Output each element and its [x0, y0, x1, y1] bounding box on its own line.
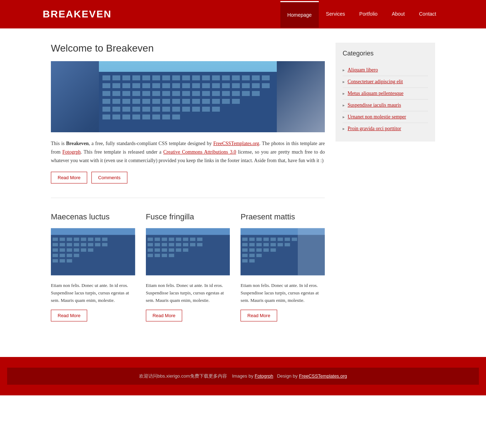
- list-item: Proin gravida orci porttitor: [343, 123, 428, 134]
- welcome-image: [51, 61, 325, 132]
- post-3-text: Etiam non felis. Donec ut ante. In id er…: [241, 282, 325, 304]
- read-more-button-1[interactable]: Read More: [51, 310, 87, 321]
- welcome-text: This is Breakeven, a free, fully standar…: [51, 139, 325, 165]
- categories-list: Aliquam libero Consectetuer adipiscing e…: [343, 64, 428, 134]
- footer: 欢迎访问bbs.xierigo.com免费下载更多内容 Images by Fo…: [0, 357, 486, 395]
- welcome-section: Welcome to Breakeven: [51, 43, 325, 183]
- post-1-image: [51, 227, 135, 277]
- comments-button-welcome[interactable]: Comments: [91, 172, 127, 183]
- post-1-text: Etiam non felis. Donec ut ante. In id er…: [51, 282, 135, 304]
- svg-rect-147: [146, 228, 230, 276]
- post-3-image: [241, 227, 325, 277]
- post-card-2: Fusce fringilla: [146, 212, 230, 321]
- post-2-heading: Fusce fringilla: [146, 212, 230, 222]
- welcome-heading: Welcome to Breakeven: [51, 43, 325, 54]
- main-content: Welcome to Breakeven: [44, 28, 442, 336]
- category-link-1[interactable]: Aliquam libero: [348, 67, 378, 73]
- nav-item-services[interactable]: Services: [319, 1, 352, 28]
- category-link-5[interactable]: Urnanet non molestie semper: [348, 114, 406, 120]
- svg-rect-118: [51, 228, 135, 276]
- footer-watermark: 欢迎访问bbs.xierigo.com免费下载更多内容: [139, 373, 227, 379]
- category-link-2[interactable]: Consectetuer adipiscing elit: [348, 79, 403, 85]
- read-more-button-2[interactable]: Read More: [146, 310, 182, 321]
- freecss-link[interactable]: FreeCSSTemplates.org: [213, 141, 259, 146]
- read-more-button-3[interactable]: Read More: [241, 310, 277, 321]
- list-item: Metus aliquam pellentesque: [343, 88, 428, 100]
- fotogrph-link[interactable]: Fotogrph: [62, 149, 80, 155]
- footer-bottom: 欢迎访问bbs.xierigo.com免费下载更多内容 Images by Fo…: [7, 368, 479, 385]
- welcome-buttons: Read More Comments: [51, 172, 325, 183]
- footer-fotogrph-link[interactable]: Fotogrph: [255, 373, 273, 379]
- list-item: Suspendisse iaculis mauris: [343, 100, 428, 111]
- post-1-heading: Maecenas luctus: [51, 212, 135, 222]
- categories-box: Categories Aliquam libero Consectetuer a…: [336, 43, 435, 142]
- footer-design-label: Design by: [277, 373, 298, 379]
- nav-item-homepage[interactable]: Homepage: [280, 1, 319, 28]
- nav-item-portfolio[interactable]: Portfolio: [352, 1, 385, 28]
- category-link-4[interactable]: Suspendisse iaculis mauris: [348, 102, 401, 108]
- nav-item-contact[interactable]: Contact: [412, 1, 443, 28]
- section-divider: [51, 198, 325, 198]
- post-card-1: Maecenas luctus: [51, 212, 135, 321]
- main-nav: Homepage Services Portfolio About Contac…: [280, 1, 443, 28]
- brand-name: Breakeven: [66, 141, 89, 146]
- cc-link[interactable]: Creative Commons Attributions 3.0: [163, 149, 236, 155]
- post-card-3: Praesent mattis: [241, 212, 325, 321]
- read-more-button-welcome[interactable]: Read More: [51, 172, 87, 183]
- footer-images-label: Images by: [232, 373, 253, 379]
- footer-freecss-link[interactable]: FreeCSSTemplates.org: [299, 373, 347, 379]
- content-area: Welcome to Breakeven: [51, 43, 325, 321]
- header: BREAKEVEN Homepage Services Portfolio Ab…: [0, 0, 486, 28]
- category-link-3[interactable]: Metus aliquam pellentesque: [348, 91, 403, 96]
- nav-item-about[interactable]: About: [385, 1, 412, 28]
- post-2-image: [146, 227, 230, 277]
- sidebar: Categories Aliquam libero Consectetuer a…: [336, 43, 435, 321]
- category-link-6[interactable]: Proin gravida orci porttitor: [348, 126, 401, 132]
- site-title[interactable]: BREAKEVEN: [43, 9, 112, 20]
- svg-rect-86: [99, 61, 277, 132]
- categories-heading: Categories: [343, 50, 428, 57]
- post-3-heading: Praesent mattis: [241, 212, 325, 222]
- svg-rect-176: [241, 228, 325, 276]
- list-item: Consectetuer adipiscing elit: [343, 76, 428, 88]
- list-item: Urnanet non molestie semper: [343, 111, 428, 123]
- post-2-text: Etiam non felis. Donec ut ante. In id er…: [146, 282, 230, 304]
- posts-grid: Maecenas luctus: [51, 212, 325, 321]
- list-item: Aliquam libero: [343, 64, 428, 76]
